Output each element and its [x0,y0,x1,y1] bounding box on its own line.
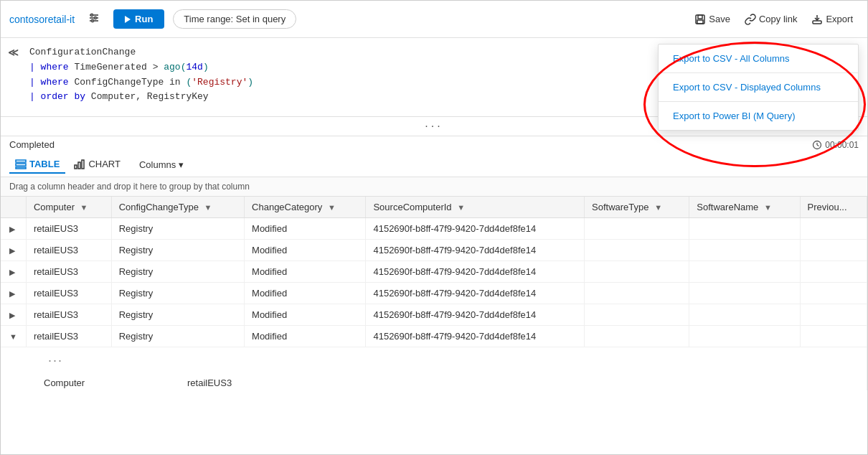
cell-computer: retailEUS3 [26,326,111,347]
table-row: ▶ retailEUS3 Registry Modified 4152690f-… [1,261,867,283]
cell-softwaretype [585,326,689,347]
table-container[interactable]: Computer ▼ ConfigChangeType ▼ ChangeCate… [1,197,867,390]
status-text: Completed [9,139,55,150]
play-icon [125,16,131,23]
cell-softwaretype [585,283,689,304]
toolbar-right: Save Copy link Export [689,9,859,29]
export-csv-all-item[interactable]: Export to CSV - All Columns [659,44,858,72]
cell-softwarename [689,218,800,240]
status-bar: Completed 00:00:01 [1,136,867,153]
svg-point-4 [95,17,97,19]
row-expand-button[interactable]: ▼ [8,332,19,341]
cell-previous [800,240,867,261]
cell-softwaretype [585,261,689,283]
row-expand-button[interactable]: ▶ [8,225,16,234]
expand-col-header [1,197,26,218]
cell-previous [800,218,867,240]
cell-source: 4152690f-b8ff-47f9-9420-7dd4def8fe14 [366,283,585,304]
row-expand-button[interactable]: ▶ [8,311,16,320]
data-table: Computer ▼ ConfigChangeType ▼ ChangeCate… [1,197,867,390]
cell-category: Modified [245,304,366,326]
cell-softwaretype [585,218,689,240]
table-header-row: Computer ▼ ConfigChangeType ▼ ChangeCate… [1,197,867,218]
col-computer[interactable]: Computer ▼ [26,197,111,218]
cell-category: Modified [245,261,366,283]
svg-rect-9 [813,21,821,24]
detail-label: Computer [44,377,187,388]
cell-previous [800,261,867,283]
svg-point-3 [91,14,93,16]
row-expand-button[interactable]: ▶ [8,268,16,277]
export-dropdown: Export to CSV - All Columns Export to CS… [658,44,859,131]
table-row: ▶ retailEUS3 Registry Modified 4152690f-… [1,304,867,326]
svg-rect-18 [78,162,80,169]
cell-previous [800,326,867,347]
export-csv-displayed-item[interactable]: Export to CSV - Displayed Columns [659,73,858,101]
detail-row: Computer retailEUS3 [37,374,867,390]
cell-source: 4152690f-b8ff-47f9-9420-7dd4def8fe14 [366,240,585,261]
cell-category: Modified [245,326,366,347]
svg-point-5 [92,19,94,22]
row-expand-button[interactable]: ▶ [8,289,16,299]
view-toggle: TABLE CHART Columns ▾ [1,153,867,177]
cell-category: Modified [245,240,366,261]
col-configchangetype[interactable]: ConfigChangeType ▼ [111,197,244,218]
workspace-link[interactable]: contosoretail-it [9,14,75,25]
detail-value: retailEUS3 [187,377,232,388]
cell-category: Modified [245,218,366,240]
export-power-bi-item[interactable]: Export to Power BI (M Query) [659,102,858,130]
table-row: ▼ retailEUS3 Registry Modified 4152690f-… [1,326,867,347]
cell-computer: retailEUS3 [26,240,111,261]
cell-config: Registry [111,283,244,304]
svg-rect-8 [697,20,703,24]
svg-rect-7 [698,15,702,19]
svg-rect-15 [16,164,26,166]
save-button[interactable]: Save [689,9,736,29]
cell-computer: retailEUS3 [26,283,111,304]
chart-view-button[interactable]: CHART [68,156,126,174]
row-expand-button[interactable]: ▶ [8,246,16,255]
col-softwarename[interactable]: SoftwareName ▼ [689,197,800,218]
cell-softwarename [689,283,800,304]
cell-previous [800,283,867,304]
cell-softwarename [689,240,800,261]
time-range-button[interactable]: Time range: Set in query [173,9,296,29]
cell-source: 4152690f-b8ff-47f9-9420-7dd4def8fe14 [366,218,585,240]
cell-softwaretype [585,304,689,326]
svg-rect-17 [75,165,77,169]
cell-computer: retailEUS3 [26,304,111,326]
table-row: ▶ retailEUS3 Registry Modified 4152690f-… [1,283,867,304]
ellipsis-indicator: ··· [42,350,63,371]
cell-config: Registry [111,240,244,261]
cell-softwaretype [585,240,689,261]
timer-text: 00:00:01 [812,140,859,150]
drag-hint: Drag a column header and drop it here to… [1,177,867,197]
cell-softwarename [689,261,800,283]
table-row: ▶ retailEUS3 Registry Modified 4152690f-… [1,240,867,261]
col-sourcecomputerid[interactable]: SourceComputerId ▼ [366,197,585,218]
run-button[interactable]: Run [113,9,164,29]
columns-button[interactable]: Columns ▾ [132,156,191,173]
cell-config: Registry [111,326,244,347]
svg-rect-16 [16,167,26,169]
table-view-button[interactable]: TABLE [9,156,65,174]
cell-computer: retailEUS3 [26,261,111,283]
cell-softwarename [689,326,800,347]
export-button[interactable]: Export [806,9,859,29]
page-wrapper: contosoretail-it Run Time range: Set in … [0,0,868,455]
cell-config: Registry [111,304,244,326]
toolbar: contosoretail-it Run Time range: Set in … [1,1,867,38]
expanded-detail-row: ··· Computer retailEUS3 ConfigChangeType… [1,347,867,391]
svg-rect-14 [16,160,26,162]
query-collapse-button[interactable]: ≪ [8,47,19,58]
svg-rect-19 [82,160,84,169]
copy-link-button[interactable]: Copy link [739,9,803,29]
cell-softwarename [689,304,800,326]
col-softwaretype[interactable]: SoftwareType ▼ [585,197,689,218]
cell-category: Modified [245,283,366,304]
filter-settings-button[interactable] [83,9,105,30]
cell-config: Registry [111,261,244,283]
col-previous[interactable]: Previou... [800,197,867,218]
col-changecategory[interactable]: ChangeCategory ▼ [245,197,366,218]
cell-computer: retailEUS3 [26,218,111,240]
